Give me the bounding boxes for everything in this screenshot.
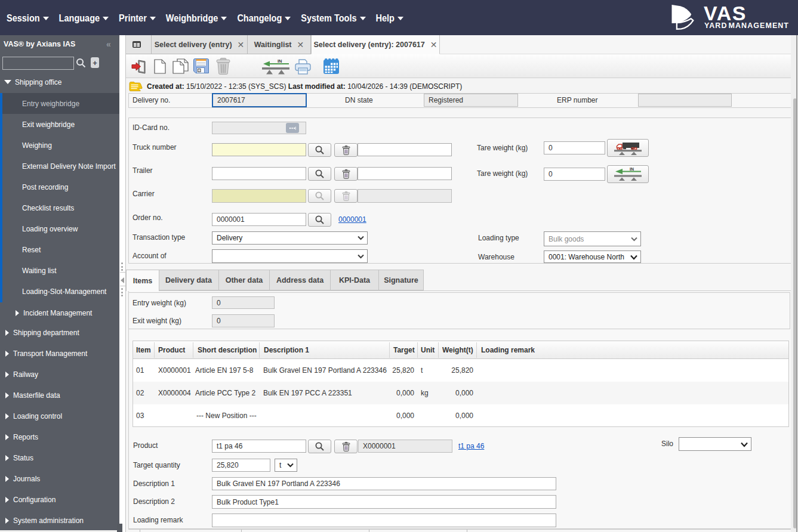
svg-text:IN: IN [630, 167, 634, 171]
svg-text:IN: IN [278, 58, 282, 64]
